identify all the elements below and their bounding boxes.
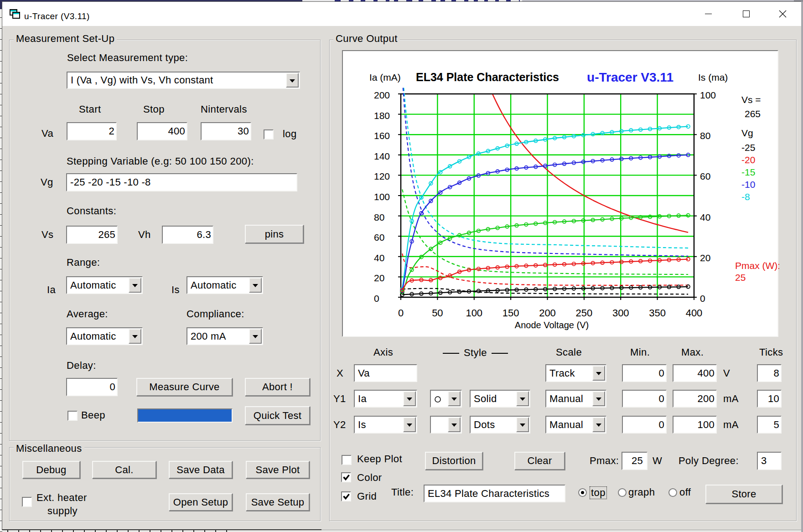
svg-text:-20: -20 [741, 155, 755, 165]
svg-text:0: 0 [398, 307, 404, 319]
svg-text:Is (ma): Is (ma) [698, 72, 728, 83]
svg-text:20: 20 [700, 253, 710, 263]
svg-text:350: 350 [649, 307, 666, 319]
svg-text:160: 160 [374, 130, 390, 141]
svg-text:0: 0 [700, 293, 705, 304]
svg-text:50: 50 [432, 307, 443, 319]
svg-text:150: 150 [503, 307, 519, 319]
svg-text:40: 40 [374, 253, 384, 263]
svg-text:80: 80 [700, 130, 710, 141]
svg-text:25: 25 [735, 272, 746, 283]
svg-text:Anode Voltage (V): Anode Voltage (V) [515, 320, 589, 330]
svg-text:400: 400 [686, 307, 703, 319]
svg-text:40: 40 [700, 212, 710, 222]
svg-text:20: 20 [374, 273, 384, 283]
svg-text:Vs =: Vs = [741, 94, 761, 105]
svg-text:0: 0 [374, 293, 379, 304]
svg-text:60: 60 [700, 171, 710, 181]
svg-text:80: 80 [374, 212, 384, 222]
svg-text:250: 250 [576, 307, 593, 319]
svg-text:180: 180 [374, 110, 390, 121]
svg-text:300: 300 [612, 307, 629, 319]
svg-text:Ia (mA): Ia (mA) [369, 72, 401, 83]
svg-text:140: 140 [374, 151, 390, 161]
svg-text:265: 265 [745, 108, 761, 119]
svg-text:Pmax (W):: Pmax (W): [735, 260, 779, 271]
svg-text:100: 100 [374, 191, 390, 202]
svg-text:u-Tracer V3.11: u-Tracer V3.11 [587, 70, 673, 84]
svg-text:-10: -10 [741, 179, 755, 190]
svg-text:EL34 Plate Characteristics: EL34 Plate Characteristics [416, 71, 559, 83]
svg-text:-25: -25 [741, 142, 755, 153]
svg-text:120: 120 [374, 171, 390, 181]
svg-text:60: 60 [374, 232, 384, 243]
svg-text:Vg: Vg [741, 128, 753, 138]
svg-text:100: 100 [700, 90, 716, 100]
svg-text:-15: -15 [741, 167, 755, 177]
svg-text:200: 200 [374, 90, 390, 100]
svg-text:200: 200 [539, 307, 556, 319]
svg-text:-8: -8 [741, 191, 750, 202]
svg-text:100: 100 [466, 307, 482, 319]
